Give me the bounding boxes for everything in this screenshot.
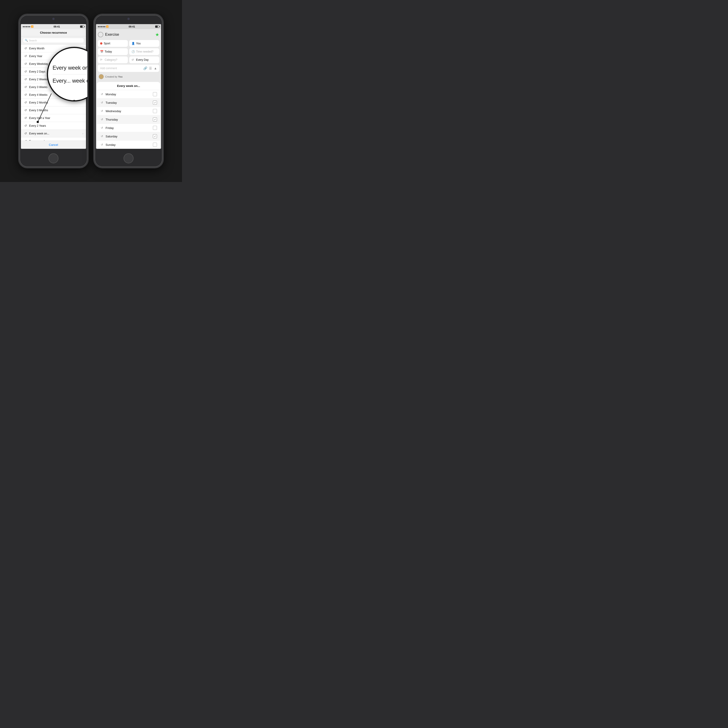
you-label: You [136, 42, 141, 45]
day-picker: Every week on... ↺ Monday ↺ Tuesday ✓ [97, 82, 160, 149]
list-icon[interactable]: ☰ [149, 66, 152, 70]
task-fields: Sport 👤 You 📅 Today 🕐 Time needed? [98, 40, 159, 63]
battery-fill-1 [80, 26, 83, 28]
signal-dots-1 [23, 26, 30, 27]
item-label: Every Half a Year [29, 116, 83, 120]
comment-row[interactable]: Add comment 🔗 ☰ ▲ [98, 64, 159, 72]
scene: 📶 09:41 Choose recurrence [0, 0, 182, 182]
day-row-thursday[interactable]: ↺ Thursday ✓ [97, 115, 160, 124]
created-by: Created by You [98, 73, 159, 80]
recur-icon: ↺ [24, 62, 27, 66]
item-label: Every 3 Months [29, 109, 83, 112]
category-field[interactable]: 🏳 Category? [98, 57, 128, 63]
checkbox-saturday[interactable]: ✓ [153, 134, 157, 138]
list-item[interactable]: ↺ Every Half a Year [21, 114, 86, 122]
wifi-icon-2: 📶 [106, 26, 109, 28]
checkbox-tuesday[interactable]: ✓ [153, 101, 157, 105]
checkbox-wednesday[interactable] [153, 109, 157, 113]
item-label: Every week on... [29, 132, 81, 135]
magnifier-content: Every week on... Every... week o... [48, 61, 89, 87]
signal-dot [98, 26, 99, 27]
home-button-1[interactable] [49, 153, 58, 163]
cancel-button[interactable]: Cancel [21, 141, 86, 149]
day-row-friday[interactable]: ↺ Friday [97, 124, 160, 132]
day-row-tuesday[interactable]: ↺ Tuesday ✓ [97, 98, 160, 107]
task-detail: Exercise ★ Sport 👤 You [96, 29, 161, 82]
sport-field[interactable]: Sport [98, 40, 128, 47]
signal-dot [28, 26, 29, 27]
status-bar-2: 📶 09:41 [96, 24, 161, 29]
recur-icon: ↺ [24, 116, 27, 120]
day-row-wednesday[interactable]: ↺ Wednesday [97, 107, 160, 115]
checkbox-friday[interactable] [153, 126, 157, 130]
created-by-name: You [118, 75, 122, 78]
day-label-friday: Friday [106, 126, 151, 130]
magnifier-line-1: Every week on... [52, 61, 89, 74]
day-row-saturday[interactable]: ↺ Saturday ✓ [97, 132, 160, 141]
list-item[interactable]: ↺ Every 3 Months [21, 107, 86, 114]
recur-icon: ↺ [24, 54, 27, 58]
checkbox-sunday[interactable] [153, 143, 157, 147]
day-recur-icon: ↺ [100, 135, 104, 138]
status-time-2: 09:41 [128, 25, 135, 28]
phones-wrapper: 📶 09:41 Choose recurrence [18, 14, 164, 168]
flag-icon: 🏳 [100, 58, 103, 61]
checkbox-thursday[interactable]: ✓ [153, 118, 157, 121]
day-row-sunday[interactable]: ↺ Sunday [97, 141, 160, 149]
recur-icon: ↺ [24, 85, 27, 89]
signal-dot [101, 26, 102, 27]
recurrence-header: Choose recurrence [21, 29, 86, 37]
recurrence-field[interactable]: ↺ Every Day [129, 57, 159, 63]
sport-color-dot [100, 42, 102, 44]
list-item-every-week-on[interactable]: ↺ Every week on... › [21, 130, 86, 138]
list-item[interactable]: ↺ Every 2 Years [21, 122, 86, 130]
task-title: Exercise [105, 32, 153, 37]
day-picker-header: Every week on... [97, 82, 160, 90]
comment-placeholder: Add comment [100, 67, 117, 70]
status-bar-1: 📶 09:41 [21, 24, 86, 29]
drive-icon[interactable]: ▲ [154, 66, 157, 70]
comment-icons: 🔗 ☰ ▲ [143, 66, 157, 70]
day-label-saturday: Saturday [106, 135, 151, 138]
recurrence-header-label: Choose recurrence [40, 31, 67, 34]
magnifier-pointer-dot [73, 100, 75, 101]
phone-2: 📶 09:41 Exercise ★ [93, 14, 164, 168]
date-label: Today [105, 50, 112, 53]
recurrence-icon: ↺ [132, 58, 135, 61]
you-field[interactable]: 👤 You [129, 40, 159, 47]
sport-label: Sport [104, 42, 110, 45]
avatar [99, 74, 104, 79]
day-recur-icon: ↺ [100, 93, 104, 96]
cancel-label: Cancel [49, 143, 58, 147]
category-placeholder: Category? [105, 58, 117, 61]
time-field[interactable]: 🕐 Time needed? [129, 48, 159, 55]
star-icon[interactable]: ★ [155, 32, 159, 37]
home-button-2[interactable] [124, 153, 133, 163]
status-time-1: 09:41 [54, 25, 60, 28]
magnifier-line-2: Every... week o... [52, 74, 89, 87]
calendar-icon: 📅 [100, 50, 103, 53]
recur-icon: ↺ [24, 132, 27, 135]
signal-dot [29, 26, 30, 27]
created-by-text: Created by You [105, 75, 122, 78]
status-left-1: 📶 [23, 26, 34, 28]
time-placeholder: Time needed? [136, 50, 153, 53]
person-icon: 👤 [132, 42, 135, 45]
signal-dot [104, 26, 106, 27]
phone-2-screen: 📶 09:41 Exercise ★ [96, 24, 161, 149]
day-row-monday[interactable]: ↺ Monday [97, 90, 160, 98]
signal-dot [102, 26, 104, 27]
item-label: Every 2 Years [29, 124, 83, 127]
task-completion-circle[interactable] [98, 32, 103, 37]
search-input[interactable]: 🔍 Search [23, 38, 84, 43]
day-recur-icon: ↺ [100, 126, 104, 130]
checkbox-monday[interactable] [153, 92, 157, 96]
task-header: Exercise ★ [98, 31, 159, 38]
status-right-1 [80, 26, 84, 28]
day-recur-icon: ↺ [100, 101, 104, 104]
day-label-monday: Monday [106, 93, 151, 96]
date-field[interactable]: 📅 Today [98, 48, 128, 55]
search-bar: 🔍 Search [21, 37, 86, 44]
wifi-icon: 📶 [31, 26, 34, 28]
attachment-icon[interactable]: 🔗 [143, 66, 147, 70]
